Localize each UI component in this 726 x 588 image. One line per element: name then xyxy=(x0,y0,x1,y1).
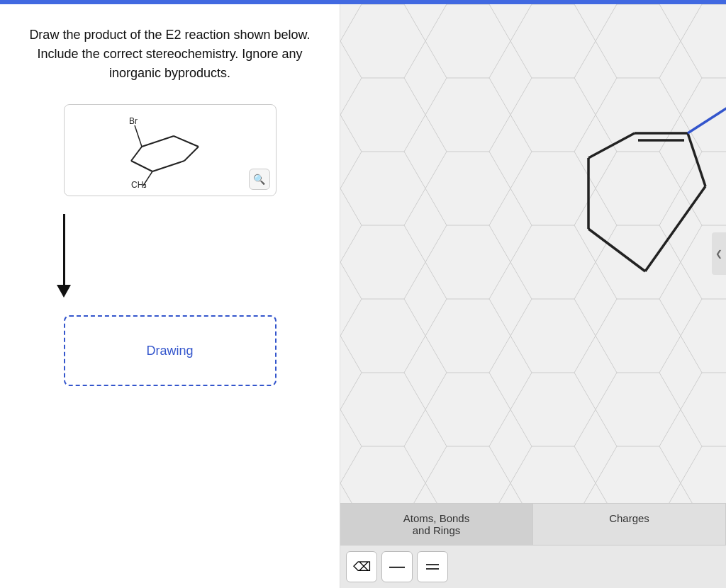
svg-line-13 xyxy=(588,133,635,158)
svg-line-17 xyxy=(645,186,705,271)
bond-single-icon: — xyxy=(389,558,405,576)
bond-double-button[interactable] xyxy=(417,551,448,582)
bond-double-icon xyxy=(424,558,441,575)
toolbar-buttons: ⌫ — xyxy=(340,545,726,588)
side-handle[interactable] xyxy=(712,232,726,275)
bottom-toolbar: Atoms, Bondsand Rings Charges ⌫ — xyxy=(340,503,726,588)
svg-line-0 xyxy=(131,161,152,171)
arrow-head xyxy=(57,285,71,298)
svg-line-4 xyxy=(142,136,174,147)
question-text: Draw the product of the E2 reaction show… xyxy=(21,26,318,83)
svg-line-6 xyxy=(135,125,142,147)
svg-line-11 xyxy=(588,229,645,271)
svg-line-3 xyxy=(174,136,199,147)
svg-line-1 xyxy=(152,161,184,171)
tab-atoms-bonds-rings-label: Atoms, Bondsand Rings xyxy=(403,512,469,536)
svg-line-5 xyxy=(131,147,142,161)
tab-charges-label: Charges xyxy=(609,512,649,524)
molecule-box: Br CH₃ 🔍 xyxy=(64,104,277,196)
eraser-button[interactable]: ⌫ xyxy=(346,551,377,582)
svg-line-18 xyxy=(688,101,726,133)
tab-charges[interactable]: Charges xyxy=(533,504,726,545)
drawing-box[interactable]: Drawing xyxy=(64,315,277,386)
tab-atoms-bonds-rings[interactable]: Atoms, Bondsand Rings xyxy=(340,504,533,545)
svg-line-2 xyxy=(184,147,199,161)
hex-grid[interactable] xyxy=(340,4,726,503)
eraser-icon: ⌫ xyxy=(353,559,371,575)
ch3-label: CH₃ xyxy=(131,180,147,189)
magnify-button[interactable]: 🔍 xyxy=(249,169,270,190)
drawing-label: Drawing xyxy=(146,344,193,358)
left-panel: Draw the product of the E2 reaction show… xyxy=(0,4,340,588)
br-label: Br xyxy=(129,116,138,126)
right-panel: Atoms, Bondsand Rings Charges ⌫ — xyxy=(340,4,726,588)
bond-single-button[interactable]: — xyxy=(381,551,413,582)
molecule-svg: Br CH₃ xyxy=(92,111,248,189)
magnify-icon: 🔍 xyxy=(253,174,265,185)
toolbar-tabs: Atoms, Bondsand Rings Charges xyxy=(340,504,726,545)
arrow-line xyxy=(63,214,65,285)
arrow-container xyxy=(57,214,71,298)
arrow-section: Strong Base xyxy=(21,214,318,298)
main-content: Draw the product of the E2 reaction show… xyxy=(0,4,726,588)
svg-line-16 xyxy=(688,133,705,186)
drawn-molecule xyxy=(340,4,726,503)
